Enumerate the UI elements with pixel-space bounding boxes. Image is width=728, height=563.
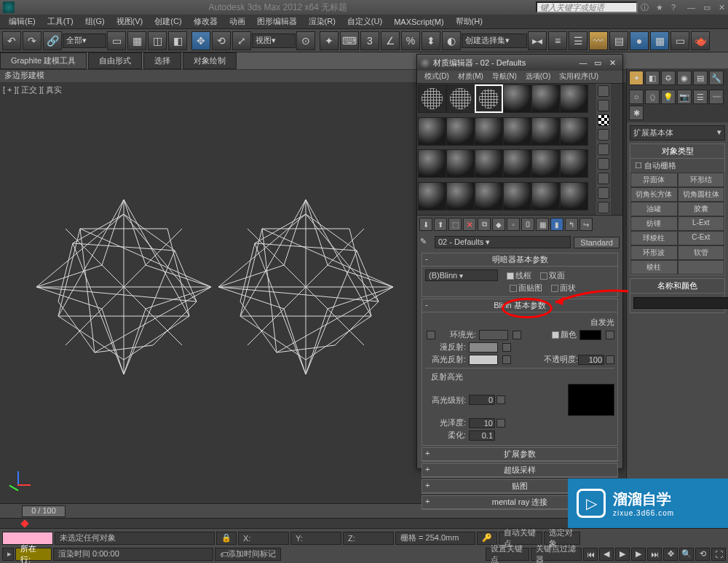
speclevel-map-button[interactable] [496,395,505,404]
select-by-mat-icon[interactable] [598,187,609,199]
opacity-spinner[interactable]: 100 [578,355,604,365]
scale-button[interactable]: ⤢ [232,31,251,50]
put-to-scene-button[interactable]: ⬆ [434,218,447,231]
refcoord-dropdown[interactable]: 视图 ▾ [252,34,296,48]
nav-pan-button[interactable]: ✥ [663,548,678,561]
menu-help[interactable]: 帮助(H) [450,15,488,28]
schematic-button[interactable]: ▤ [609,31,628,50]
undo-button[interactable]: ↶ [2,31,21,50]
mini-listener-button[interactable]: ▸ [2,548,14,561]
mat-slot-13[interactable] [418,149,446,178]
mat-slot-18[interactable] [560,149,588,178]
mat-menu-nav[interactable]: 导航(N) [488,71,521,83]
mat-maximize-button[interactable]: ▭ [590,58,605,68]
name-color-header[interactable]: 名称和颜色 [630,279,724,294]
goto-end-button[interactable]: ⏭ [647,548,662,561]
shader-params-header[interactable]: -明暗器基本参数 [422,253,617,267]
menu-animation[interactable]: 动画 [223,15,251,28]
mat-menu-material[interactable]: 材质(M) [454,71,488,83]
add-time-tag[interactable]: 🏷 添加时间标记 [215,548,281,561]
viewport-label[interactable]: [ + ][ 正交 ][ 真实 [3,84,62,95]
material-type-button[interactable]: Standard [574,237,620,248]
category-dropdown[interactable]: 扩展基本体▾ [630,125,725,141]
btn-capsule[interactable]: 胶囊 [678,202,725,216]
object-name-input[interactable] [633,297,728,309]
mat-slot-3[interactable] [475,84,503,113]
tab-create[interactable]: ✦ [629,71,644,85]
preview-icon[interactable] [598,158,609,170]
manip-button[interactable]: ✦ [320,31,339,50]
background-icon[interactable] [598,114,609,126]
redo-button[interactable]: ↷ [23,31,41,50]
material-editor-titlebar[interactable]: 材质编辑器 - 02 - Defaults — ▭ ✕ [417,55,622,71]
mat-slot-11[interactable] [531,117,560,146]
btn-chamfercyl[interactable]: 切角圆柱体 [678,187,725,202]
selection-filter-dropdown[interactable]: 全部 ▾ [63,34,106,48]
show-map-button[interactable]: ▦ [536,218,549,231]
mat-menu-mode[interactable]: 模式(D) [420,71,454,83]
menu-edit[interactable]: 编辑(E) [3,15,41,28]
angle-snap-button[interactable]: ∠ [381,31,400,50]
star-icon[interactable]: ★ [656,3,666,13]
show-end-button[interactable]: ▮ [550,218,563,231]
mat-slot-1[interactable] [418,84,446,113]
btn-gengon[interactable]: 球棱柱 [630,231,678,245]
sub-lights[interactable]: 💡 [661,90,676,104]
mat-slot-24[interactable] [560,182,588,210]
menu-group[interactable]: 组(G) [79,15,111,28]
mat-minimize-button[interactable]: — [576,58,590,68]
object-type-header[interactable]: 对象类型 [630,144,724,159]
mat-slot-10[interactable] [503,117,531,146]
mat-slot-2[interactable] [446,84,475,113]
sub-geometry[interactable]: ○ [629,90,644,104]
render-setup-button[interactable]: ▦ [650,31,669,50]
tab-utilities[interactable]: 🔧 [709,71,724,85]
selfillum-swatch[interactable] [579,330,601,340]
time-slider-handle[interactable]: 0 / 100 [22,505,66,517]
diffuse-swatch[interactable] [469,342,498,353]
btn-lext[interactable]: L-Ext [678,216,725,231]
mat-slot-4[interactable] [503,84,531,113]
make-unique-button[interactable]: ◆ [492,218,505,231]
menu-maxscript[interactable]: MAXScript(M) [388,16,449,28]
select-name-button[interactable]: ▦ [127,31,146,50]
menu-graph[interactable]: 图形编辑器 [251,15,303,28]
blinn-params-header[interactable]: -Blinn 基本参数 [422,299,617,312]
btn-torusknot[interactable]: 环形结 [678,173,725,187]
backlight-icon[interactable] [598,100,609,111]
menu-modifiers[interactable]: 修改器 [188,15,223,28]
opacity-map-button[interactable] [606,355,614,364]
selfillum-map-button[interactable] [606,331,614,339]
ribbon-tab-selection[interactable]: 选择 [143,52,181,69]
ribbon-tab-paint[interactable]: 对象绘制 [183,52,237,69]
link-button[interactable]: 🔗 [43,31,62,50]
mat-slot-15[interactable] [475,149,503,178]
gloss-map-button[interactable] [496,419,505,428]
two-sided-checkbox[interactable]: 双面 [540,270,565,281]
next-frame-button[interactable]: ▶ [631,548,646,561]
keyfilter-button[interactable]: 关键点过滤器 [531,548,582,561]
mat-slot-5[interactable] [531,84,560,113]
play-button[interactable]: ▶ [615,548,630,561]
material-name-field[interactable]: 02 - Defaults ▾ [435,236,571,248]
snap-button[interactable]: 3 [360,31,379,50]
mat-slot-9[interactable] [475,117,503,146]
menu-view[interactable]: 视图(V) [111,15,149,28]
menu-render[interactable]: 渲染(R) [303,15,341,28]
move-button[interactable]: ✥ [191,31,210,50]
specular-map-button[interactable] [502,355,511,364]
tab-display[interactable]: ▤ [693,71,708,85]
go-sibling-button[interactable]: ↪ [579,218,593,231]
mat-slot-12[interactable] [560,117,588,146]
sub-helpers[interactable]: ☰ [693,90,708,104]
tab-modify[interactable]: ◧ [645,71,660,85]
gloss-spinner[interactable]: 10 [469,418,495,428]
close-button[interactable]: ✕ [719,3,725,12]
nav-max-button[interactable]: ⛶ [711,548,726,561]
btn-ringwave[interactable]: 环形波 [630,245,678,260]
facemap-checkbox[interactable]: 面贴图 [510,283,542,294]
video-check-icon[interactable] [598,143,609,155]
lock-button[interactable]: 🔒 [216,532,237,545]
mat-slot-16[interactable] [503,149,531,178]
specular-swatch[interactable] [469,355,498,365]
